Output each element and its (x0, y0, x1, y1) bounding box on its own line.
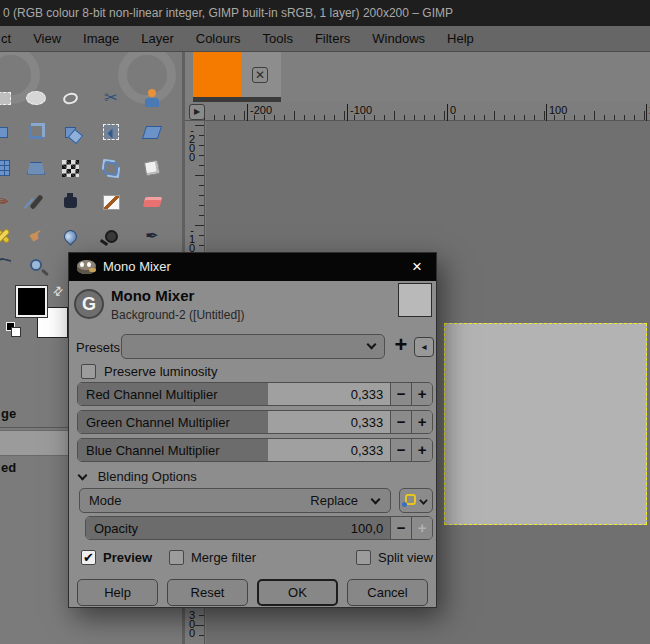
warp-checker-tool-icon[interactable] (57, 155, 83, 181)
dodge-burn-tool-icon[interactable] (98, 223, 124, 249)
mode-value: Replace (310, 493, 358, 508)
scissors-select-tool-icon[interactable]: ✂ (98, 85, 124, 111)
decrement-button[interactable]: − (390, 439, 411, 461)
cage-transform-tool-icon[interactable] (98, 155, 124, 181)
chevron-down-icon (371, 495, 381, 505)
dock-label-bottom: ed (1, 460, 16, 475)
merge-filter-checkbox[interactable] (169, 550, 184, 565)
slider-track[interactable]: Green Channel Multiplier 0,333 (78, 411, 390, 433)
ruler-corner-menu-button[interactable]: ▶ (189, 104, 205, 120)
airbrush-tool-icon[interactable] (23, 189, 49, 215)
slider-value[interactable]: 0,333 (351, 415, 384, 430)
window-titlebar[interactable]: 0 (RGB colour 8-bit non-linear integer, … (0, 0, 650, 26)
increment-button[interactable]: + (411, 517, 432, 539)
menu-colours[interactable]: Colours (196, 31, 241, 46)
decrement-button[interactable]: − (390, 411, 411, 433)
warp-tool-icon[interactable] (139, 155, 165, 181)
zoom-tool-icon[interactable] (23, 252, 49, 278)
blending-options-expander[interactable]: Blending Options (79, 469, 197, 484)
menu-help[interactable]: Help (447, 31, 474, 46)
chevron-down-icon (78, 471, 88, 481)
foreground-select-tool-icon[interactable] (139, 85, 165, 111)
menu-image[interactable]: Image (83, 31, 119, 46)
mono-mixer-dialog: Mono Mixer × G Mono Mixer Background-2 (… (68, 252, 437, 608)
shear-tool-icon[interactable] (0, 155, 15, 181)
menu-layer[interactable]: Layer (141, 31, 174, 46)
ruler-label: 300 (187, 609, 197, 636)
paths-tool-icon[interactable]: ✒ (139, 223, 165, 249)
dialog-title: Mono Mixer (103, 259, 171, 274)
cancel-button[interactable]: Cancel (347, 579, 428, 606)
rotate-tool-icon[interactable] (57, 119, 83, 145)
add-preset-button[interactable]: + (390, 332, 412, 358)
free-select-tool-icon[interactable] (57, 85, 83, 111)
blur-sharpen-tool-icon[interactable] (57, 223, 83, 249)
ok-button[interactable]: OK (257, 579, 338, 606)
decrement-button[interactable]: − (390, 517, 411, 539)
flip-tool-icon[interactable] (139, 119, 165, 145)
help-button[interactable]: Help (77, 579, 158, 606)
crop-tool-icon[interactable] (23, 119, 49, 145)
move-tool-icon[interactable] (0, 119, 15, 145)
menu-select[interactable]: ct (1, 31, 11, 46)
switch-mode-group-icon (405, 494, 416, 505)
gimp-window: 0 (RGB colour 8-bit non-linear integer, … (0, 0, 650, 644)
reset-button[interactable]: Reset (167, 579, 248, 606)
slider-value[interactable]: 100,0 (351, 521, 384, 536)
menu-tools[interactable]: Tools (263, 31, 293, 46)
split-view-checkbox[interactable] (356, 550, 371, 565)
wilber-icon (77, 260, 96, 274)
dialog-titlebar[interactable]: Mono Mixer × (69, 253, 436, 281)
preview-checkbox[interactable]: ✔ (81, 550, 96, 565)
slider-label: Blue Channel Multiplier (86, 443, 220, 458)
dock-field[interactable] (0, 430, 69, 456)
increment-button[interactable]: + (411, 383, 432, 405)
ruler-label: 100 (546, 104, 567, 121)
eraser-tool-icon[interactable] (139, 189, 165, 215)
mode-dropdown[interactable]: Mode Replace (79, 488, 391, 513)
canvas-image[interactable] (444, 323, 647, 525)
ellipse-select-tool-icon[interactable] (23, 85, 49, 111)
slider-value[interactable]: 0,333 (351, 443, 384, 458)
menu-windows[interactable]: Windows (372, 31, 425, 46)
menu-view[interactable]: View (33, 31, 61, 46)
slider-track[interactable]: Red Channel Multiplier 0,333 (78, 383, 390, 405)
heal-tool-icon[interactable] (0, 223, 15, 249)
mode-group-switch-button[interactable] (399, 488, 433, 513)
blending-options-label: Blending Options (98, 469, 197, 484)
slider-track[interactable]: Blue Channel Multiplier 0,333 (78, 439, 390, 461)
merge-filter-label: Merge filter (191, 550, 256, 565)
presets-menu-button[interactable]: ◂ (414, 337, 434, 357)
measure-tool-icon[interactable] (0, 252, 15, 278)
horizontal-ruler[interactable]: -200 -100 0 100 2 (185, 102, 650, 121)
slider-label: Green Channel Multiplier (86, 415, 230, 430)
pencil-tool-icon[interactable]: ✏ (0, 189, 15, 215)
ruler-label: -200 (247, 104, 272, 121)
mypaint-brush-tool-icon[interactable] (98, 189, 124, 215)
dialog-close-icon[interactable]: × (404, 255, 430, 279)
image-tabstrip: ✕ (185, 52, 650, 102)
menu-filters[interactable]: Filters (315, 31, 350, 46)
slider-track[interactable]: Opacity 100,0 (86, 517, 390, 539)
blue-channel-slider[interactable]: Blue Channel Multiplier 0,333 − + (77, 438, 433, 462)
smudge-tool-icon[interactable]: ☛ (23, 223, 49, 249)
presets-dropdown[interactable] (121, 334, 385, 359)
foreground-color-swatch[interactable] (16, 286, 47, 317)
green-channel-slider[interactable]: Green Channel Multiplier 0,333 − + (77, 410, 433, 434)
perspective-tool-icon[interactable] (23, 155, 49, 181)
ink-tool-icon[interactable] (57, 189, 83, 215)
image-tab[interactable]: ✕ (193, 52, 281, 97)
reset-colors-icon[interactable] (6, 322, 15, 331)
opacity-slider[interactable]: Opacity 100,0 − + (85, 516, 433, 540)
decrement-button[interactable]: − (390, 383, 411, 405)
tab-close-icon[interactable]: ✕ (252, 67, 268, 83)
red-channel-slider[interactable]: Red Channel Multiplier 0,333 − + (77, 382, 433, 406)
rectangle-select-tool-icon[interactable] (0, 85, 15, 111)
ruler-label: 0 (447, 104, 456, 121)
increment-button[interactable]: + (411, 411, 432, 433)
unified-transform-tool-icon[interactable] (98, 119, 124, 145)
increment-button[interactable]: + (411, 439, 432, 461)
preserve-luminosity-checkbox[interactable] (81, 364, 96, 379)
mode-label: Mode (89, 493, 122, 508)
slider-value[interactable]: 0,333 (351, 387, 384, 402)
